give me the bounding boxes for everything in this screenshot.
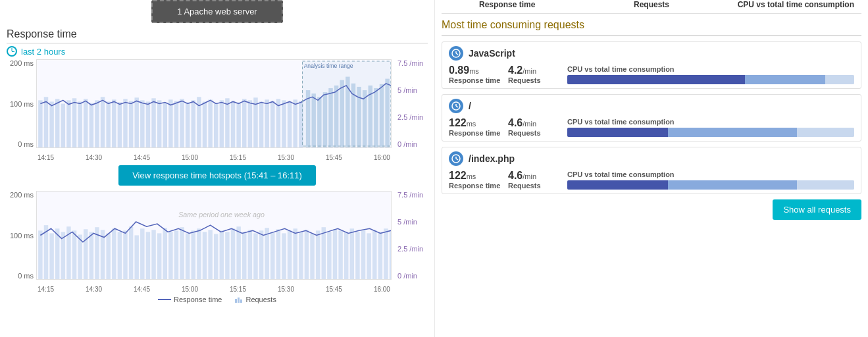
svg-rect-73 (89, 232, 93, 279)
svg-text:Analysis time range: Analysis time range (304, 63, 353, 69)
svg-rect-97 (225, 232, 229, 279)
requests-unit: /min (523, 67, 536, 75)
request-icon-javascript (449, 46, 463, 61)
response-time-unit-index: ms (467, 172, 476, 180)
svg-rect-0 (38, 100, 42, 147)
svg-rect-114 (322, 227, 326, 279)
server-badge: 1 Apache web server (7, 0, 428, 23)
svg-rect-110 (299, 232, 303, 279)
svg-rect-25 (180, 99, 184, 147)
chart1-x-labels: 14:15 14:30 14:45 15:00 15:15 15:30 15:4… (36, 148, 392, 161)
svg-rect-104 (265, 228, 268, 279)
svg-rect-4 (61, 104, 65, 148)
cpu-bar-lighter-js (825, 75, 854, 84)
chart2-area: Same period one week ago (36, 191, 392, 280)
svg-rect-72 (84, 229, 88, 279)
svg-rect-34 (231, 101, 235, 147)
svg-rect-12 (106, 101, 110, 147)
server-badge-label: 1 Apache web server (151, 0, 283, 23)
svg-rect-11 (101, 97, 105, 147)
request-card-root: / 122ms Response time 4.6/min Requests C… (442, 94, 861, 142)
response-time-unit: ms (469, 67, 479, 75)
svg-line-130 (456, 53, 458, 55)
request-metrics-root: 122ms Response time 4.6/min Requests CPU… (449, 117, 854, 137)
svg-rect-41 (270, 101, 274, 147)
svg-rect-13 (112, 99, 116, 147)
svg-rect-85 (157, 233, 161, 279)
svg-rect-19 (146, 101, 150, 147)
chart1-y-labels: 200 ms 100 ms 0 ms (7, 59, 36, 148)
clock-circle-icon (451, 49, 461, 58)
svg-rect-65 (44, 225, 48, 279)
svg-rect-33 (225, 98, 229, 147)
svg-rect-126 (390, 232, 391, 279)
svg-rect-10 (95, 100, 99, 147)
svg-rect-30 (208, 99, 212, 147)
legend-requests-label: Requests (245, 296, 276, 303)
header-col-cpu: CPU vs total time consumption (730, 0, 861, 9)
svg-rect-108 (288, 230, 292, 279)
svg-rect-16 (129, 101, 133, 147)
svg-rect-124 (378, 232, 382, 279)
show-all-btn-container: Show all requests (442, 199, 861, 220)
svg-line-136 (456, 159, 458, 160)
svg-rect-98 (231, 228, 235, 279)
cpu-bar-track-js (567, 75, 854, 84)
cpu-bar-container-index: CPU vs total time consumption (567, 170, 854, 190)
header-col-response-time: Response time (442, 0, 573, 9)
svg-rect-117 (338, 230, 342, 279)
svg-rect-118 (344, 232, 348, 279)
requests-metric-index: 4.6/min Requests (508, 170, 561, 190)
time-range-text: last 2 hours (21, 47, 65, 57)
chart2-y-labels-right: 7.5 /min 5 /min 2.5 /min 0 /min (395, 191, 428, 280)
svg-rect-111 (305, 230, 309, 279)
request-card-javascript: JavaScript 0.89ms Response time 4.2/min … (442, 41, 861, 89)
svg-rect-31 (214, 103, 218, 147)
svg-rect-87 (168, 232, 172, 279)
svg-rect-1 (44, 97, 48, 147)
svg-rect-39 (259, 101, 263, 147)
svg-rect-26 (186, 102, 190, 147)
svg-rect-8 (84, 99, 88, 147)
svg-rect-84 (151, 230, 155, 279)
requests-label: Requests (508, 76, 561, 84)
panel-header-row: Response time Requests CPU vs total time… (442, 0, 861, 14)
header-col-requests: Requests (586, 0, 717, 9)
response-time-label-index: Response time (449, 182, 501, 190)
chart2-svg: Same period one week ago (37, 192, 391, 279)
svg-rect-103 (259, 230, 263, 279)
cpu-bar-container-root: CPU vs total time consumption (567, 118, 854, 137)
svg-rect-60 (294, 99, 297, 147)
chart2-container: 200 ms 100 ms 0 ms (7, 191, 428, 293)
legend-bars-icon (235, 296, 243, 303)
svg-rect-106 (276, 229, 280, 279)
requests-metric: 4.2/min Requests (508, 65, 561, 84)
response-time-metric: 0.89ms Response time (449, 65, 501, 84)
show-all-requests-button[interactable]: Show all requests (773, 199, 861, 220)
hotspots-button[interactable]: View response time hotspots (15:41 – 16:… (118, 165, 316, 186)
svg-line-133 (456, 106, 458, 107)
svg-rect-58 (282, 100, 286, 147)
chart1-svg: Analysis time range (37, 60, 391, 147)
svg-rect-7 (78, 101, 82, 147)
response-time-title: Response time (7, 28, 428, 43)
cpu-bar-track-root (567, 128, 854, 137)
svg-text:Same period one week ago: Same period one week ago (178, 211, 265, 219)
svg-rect-64 (38, 230, 42, 279)
cpu-bar-label-index: CPU vs total time consumption (567, 170, 854, 178)
svg-rect-6 (72, 98, 76, 147)
legend-response-time-label: Response time (174, 296, 222, 303)
svg-rect-22 (163, 103, 167, 147)
svg-rect-70 (72, 230, 76, 279)
svg-rect-35 (236, 102, 240, 147)
svg-rect-18 (140, 100, 144, 147)
response-time-metric-index: 122ms Response time (449, 170, 501, 190)
svg-rect-21 (157, 100, 161, 147)
svg-rect-112 (310, 233, 314, 279)
svg-rect-32 (220, 100, 224, 147)
svg-rect-90 (186, 233, 190, 279)
svg-rect-116 (333, 229, 337, 279)
svg-rect-5 (66, 100, 70, 147)
svg-rect-99 (236, 226, 240, 279)
svg-rect-94 (208, 230, 212, 279)
